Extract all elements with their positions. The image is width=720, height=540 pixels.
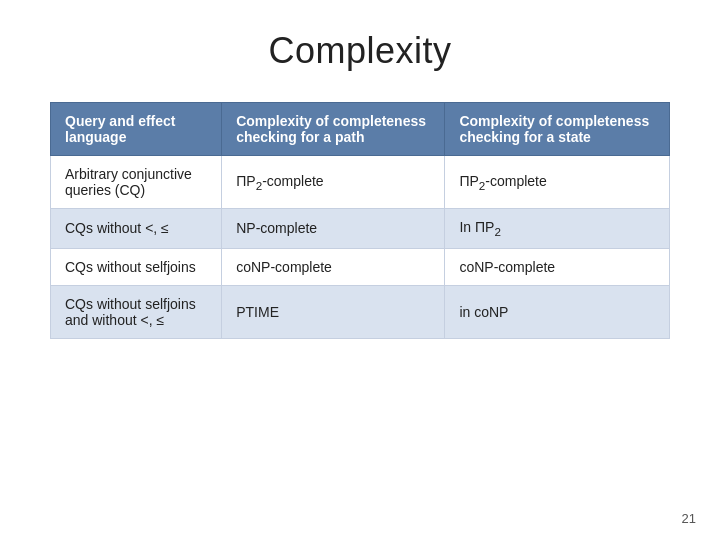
cell-state-4: in coNP xyxy=(445,285,670,338)
page-title: Complexity xyxy=(50,30,670,72)
cell-path-4: PTIME xyxy=(222,285,445,338)
table-row: Arbitrary conjunctive queries (CQ) ΠP2-c… xyxy=(51,156,670,209)
slide: Complexity Query and effect language Com… xyxy=(0,0,720,540)
cell-path-2: NP-complete xyxy=(222,209,445,249)
cell-state-3: coNP-complete xyxy=(445,248,670,285)
cell-query-3: CQs without selfjoins xyxy=(51,248,222,285)
cell-state-1: ΠP2-complete xyxy=(445,156,670,209)
cell-state-2: In ΠP2 xyxy=(445,209,670,249)
cell-query-4: CQs without selfjoins and without <, ≤ xyxy=(51,285,222,338)
table-header-row: Query and effect language Complexity of … xyxy=(51,103,670,156)
complexity-table: Query and effect language Complexity of … xyxy=(50,102,670,339)
col-header-query: Query and effect language xyxy=(51,103,222,156)
cell-query-1: Arbitrary conjunctive queries (CQ) xyxy=(51,156,222,209)
col-header-state: Complexity of completeness checking for … xyxy=(445,103,670,156)
page-number: 21 xyxy=(682,511,696,526)
cell-path-1: ΠP2-complete xyxy=(222,156,445,209)
table-row: CQs without selfjoins and without <, ≤ P… xyxy=(51,285,670,338)
table-row: CQs without selfjoins coNP-complete coNP… xyxy=(51,248,670,285)
table-row: CQs without <, ≤ NP-complete In ΠP2 xyxy=(51,209,670,249)
cell-path-3: coNP-complete xyxy=(222,248,445,285)
col-header-path: Complexity of completeness checking for … xyxy=(222,103,445,156)
cell-query-2: CQs without <, ≤ xyxy=(51,209,222,249)
